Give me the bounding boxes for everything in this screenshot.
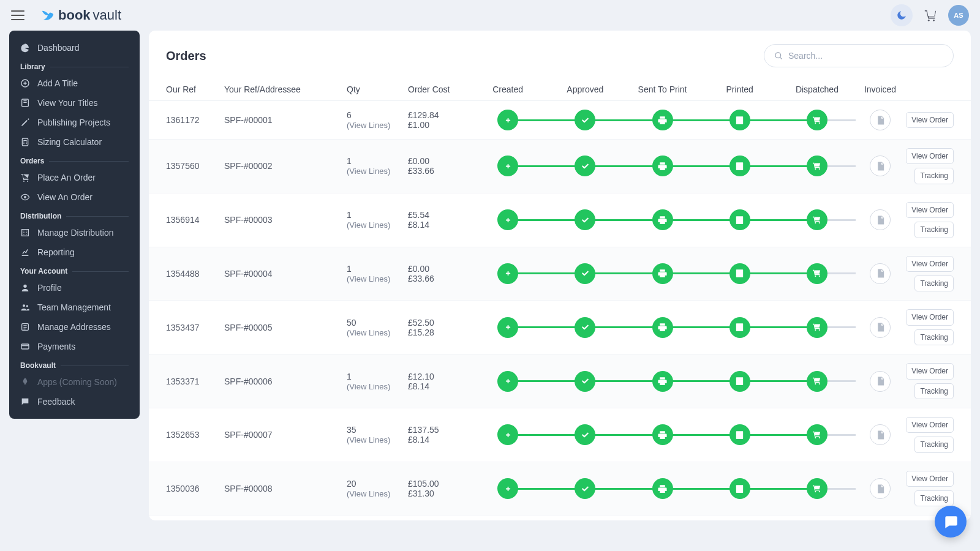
sidebar-feedback[interactable]: Feedback — [9, 392, 140, 411]
view-lines-link[interactable]: (View Lines) — [347, 382, 390, 391]
sidebar-add-title[interactable]: Add A Title — [9, 73, 140, 93]
tracking-button[interactable]: Tracking — [914, 437, 954, 452]
view-lines-link[interactable]: (View Lines) — [347, 489, 390, 498]
status-created-icon — [497, 317, 518, 338]
cell-qty: 1(View Lines) — [347, 264, 408, 283]
tracking-button[interactable]: Tracking — [914, 329, 954, 345]
status-dispatched-icon — [807, 156, 827, 176]
status-print-icon — [652, 478, 673, 499]
cell-cost: £105.00£31.30 — [408, 479, 469, 498]
status-approved-icon — [575, 156, 595, 176]
svg-point-1 — [933, 20, 935, 21]
status-print-icon — [652, 110, 673, 130]
svg-rect-13 — [21, 344, 29, 349]
sidebar-addresses[interactable]: Manage Addresses — [9, 317, 140, 337]
status-printed-icon — [729, 263, 750, 284]
sidebar-view-titles[interactable]: View Your Titles — [9, 93, 140, 113]
tracking-button[interactable]: Tracking — [914, 168, 954, 184]
cell-qty: 20(View Lines) — [347, 479, 408, 498]
view-order-button[interactable]: View Order — [906, 256, 954, 272]
cart-icon[interactable] — [924, 9, 937, 22]
chat-icon — [20, 397, 30, 407]
view-lines-link[interactable]: (View Lines) — [347, 274, 390, 283]
search-box[interactable] — [764, 44, 954, 67]
status-print-icon — [652, 156, 673, 176]
view-lines-link[interactable]: (View Lines) — [347, 435, 390, 444]
view-lines-link[interactable]: (View Lines) — [347, 328, 390, 337]
tracking-button[interactable]: Tracking — [914, 276, 954, 291]
cell-your-ref: SPF-#00007 — [224, 430, 347, 440]
status-printed-icon — [729, 110, 750, 130]
pie-icon — [20, 43, 30, 53]
sidebar-section-distribution: Distribution — [9, 207, 140, 223]
sidebar-view-order[interactable]: View An Order — [9, 187, 140, 207]
sidebar-place-order[interactable]: Place An Order — [9, 168, 140, 187]
status-printed-icon — [729, 156, 750, 176]
svg-rect-4 — [22, 138, 28, 146]
cell-cost: £52.50£15.28 — [408, 318, 469, 337]
search-icon — [774, 51, 783, 61]
view-order-button[interactable]: View Order — [906, 471, 954, 487]
status-dispatched-icon — [807, 424, 827, 445]
user-avatar[interactable]: AS — [948, 5, 969, 26]
status-approved-icon — [575, 424, 595, 445]
brand-logo[interactable]: bookvault — [40, 7, 121, 23]
view-lines-link[interactable]: (View Lines) — [347, 167, 390, 176]
cell-your-ref: SPF-#00008 — [224, 484, 347, 493]
sidebar-payments[interactable]: Payments — [9, 337, 140, 356]
view-order-button[interactable]: View Order — [906, 363, 954, 379]
status-approved-icon — [575, 478, 595, 499]
tracking-button[interactable]: Tracking — [914, 490, 954, 506]
cell-your-ref: SPF-#00002 — [224, 161, 347, 171]
sidebar-manage-dist[interactable]: Manage Distribution — [9, 223, 140, 242]
sidebar-sizing[interactable]: Sizing Calculator — [9, 132, 140, 152]
sidebar-team[interactable]: Team Management — [9, 298, 140, 317]
status-created-icon — [497, 156, 518, 176]
cell-cost: £12.10£8.14 — [408, 372, 469, 391]
status-print-icon — [652, 263, 673, 284]
tracking-button[interactable]: Tracking — [914, 222, 954, 238]
view-order-button[interactable]: View Order — [906, 417, 954, 433]
status-printed-icon — [729, 209, 750, 230]
cell-your-ref: SPF-#00003 — [224, 215, 347, 225]
status-dispatched-icon — [807, 371, 827, 392]
status-printed-icon — [729, 317, 750, 338]
cell-your-ref: SPF-#00006 — [224, 377, 347, 386]
theme-toggle[interactable] — [891, 4, 913, 26]
status-created-icon — [497, 371, 518, 392]
status-dispatched-icon — [807, 263, 827, 284]
table-row: 1356914 SPF-#00003 1(View Lines) £5.54£8… — [149, 193, 971, 247]
view-order-button[interactable]: View Order — [906, 202, 954, 218]
view-lines-link[interactable]: (View Lines) — [347, 220, 390, 230]
sidebar-profile[interactable]: Profile — [9, 278, 140, 298]
address-icon — [20, 322, 30, 332]
status-approved-icon — [575, 317, 595, 338]
card-icon — [20, 342, 30, 351]
bird-icon — [40, 9, 56, 22]
user-icon — [20, 283, 30, 293]
brand-name-2: vault — [93, 7, 121, 23]
cell-qty: 35(View Lines) — [347, 425, 408, 444]
menu-toggle[interactable] — [11, 10, 24, 20]
sidebar-section-bookvault: Bookvault — [9, 356, 140, 372]
cell-cost: £129.84£1.00 — [408, 110, 469, 130]
sidebar-dashboard[interactable]: Dashboard — [9, 38, 140, 58]
view-order-button[interactable]: View Order — [906, 112, 954, 128]
tracking-button[interactable]: Tracking — [914, 383, 954, 399]
svg-rect-8 — [22, 230, 29, 236]
search-input[interactable] — [788, 51, 943, 61]
view-order-button[interactable]: View Order — [906, 309, 954, 325]
sidebar-reporting[interactable]: Reporting — [9, 242, 140, 262]
cell-qty: 50(View Lines) — [347, 318, 408, 337]
status-created-icon — [497, 424, 518, 445]
view-lines-link[interactable]: (View Lines) — [347, 121, 390, 130]
status-approved-icon — [575, 110, 595, 130]
status-invoiced-icon — [870, 371, 891, 392]
view-order-button[interactable]: View Order — [906, 148, 954, 164]
cell-our-ref: 1353437 — [166, 323, 224, 332]
status-print-icon — [652, 209, 673, 230]
eye-icon — [20, 192, 30, 202]
sidebar-publishing[interactable]: Publishing Projects — [9, 113, 140, 132]
status-print-icon — [652, 424, 673, 445]
moon-icon — [896, 10, 907, 21]
